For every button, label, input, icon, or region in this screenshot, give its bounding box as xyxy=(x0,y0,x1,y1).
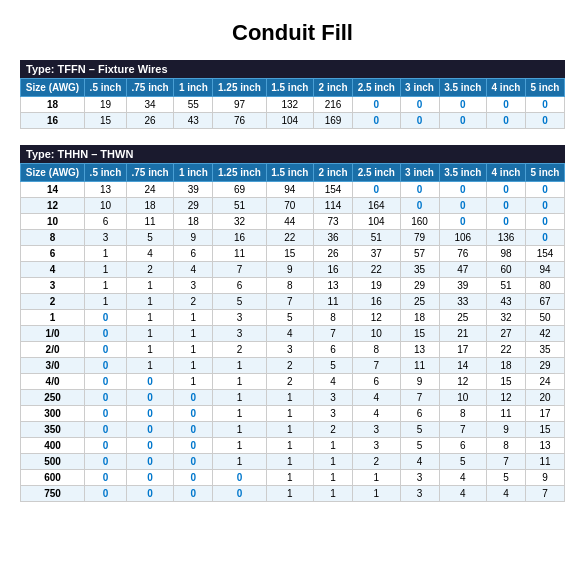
table-cell: 0 xyxy=(126,458,174,474)
table-cell: 3 xyxy=(85,234,127,250)
table-cell: 7 xyxy=(439,426,487,442)
table-cell: 5 xyxy=(439,458,487,474)
table-cell: 13 xyxy=(314,282,353,298)
table-cell: 114 xyxy=(314,202,353,218)
table-cell: 60 xyxy=(487,266,526,282)
table-cell: 39 xyxy=(174,186,213,202)
table-cell: 22 xyxy=(353,266,401,282)
tffn-table: Size (AWG).5 inch.75 inch1 inch1.25 inch… xyxy=(20,80,565,131)
table-cell: 94 xyxy=(266,186,314,202)
table-cell: 19 xyxy=(85,99,127,115)
table-cell: 11 xyxy=(525,458,564,474)
table-cell: 1 xyxy=(353,490,401,506)
table-cell: 15 xyxy=(525,426,564,442)
table-cell: 8 xyxy=(487,442,526,458)
table-cell: 2/0 xyxy=(21,346,85,362)
table-cell: 18 xyxy=(400,330,439,346)
table-cell: 26 xyxy=(126,115,174,131)
table-cell: 0 xyxy=(525,186,564,202)
table-cell: 1 xyxy=(85,250,127,266)
table-cell: 0 xyxy=(400,99,439,115)
table-cell: 16 xyxy=(21,115,85,131)
table-cell: 18 xyxy=(21,99,85,115)
table-cell: 24 xyxy=(525,378,564,394)
table-cell: 1 xyxy=(213,458,266,474)
column-header: 2 inch xyxy=(314,81,353,99)
table-cell: 400 xyxy=(21,442,85,458)
table-cell: 6 xyxy=(314,346,353,362)
table-cell: 1 xyxy=(126,298,174,314)
table-cell: 0 xyxy=(126,442,174,458)
table-cell: 24 xyxy=(126,186,174,202)
table-cell: 0 xyxy=(525,115,564,131)
table-cell: 154 xyxy=(525,250,564,266)
table-cell: 1 xyxy=(174,426,213,442)
table-cell: 1 xyxy=(126,362,174,378)
table-cell: 5 xyxy=(126,234,174,250)
table-cell: 97 xyxy=(213,99,266,115)
table-row: 412479162235476094 xyxy=(21,266,565,282)
table-cell: 2 xyxy=(174,298,213,314)
table-cell: 4 xyxy=(174,266,213,282)
table-cell: 9 xyxy=(400,378,439,394)
table-cell: 8 xyxy=(353,346,401,362)
thhn-table: Size (AWG).5 inch.75 inch1 inch1.25 inch… xyxy=(20,167,565,506)
table-cell: 0 xyxy=(174,458,213,474)
table-cell: 29 xyxy=(174,202,213,218)
table-cell: 76 xyxy=(213,115,266,131)
table-cell: 136 xyxy=(487,234,526,250)
table-cell: 51 xyxy=(487,282,526,298)
column-header: Size (AWG) xyxy=(21,168,85,186)
table-cell: 6 xyxy=(85,218,127,234)
table-cell: 76 xyxy=(439,250,487,266)
table-cell: 1 xyxy=(266,490,314,506)
table-cell: 16 xyxy=(353,298,401,314)
column-header: 3.5 inch xyxy=(439,81,487,99)
table-cell: 300 xyxy=(21,410,85,426)
table-cell: 1 xyxy=(174,314,213,330)
table-cell: 0 xyxy=(85,458,127,474)
table-cell: 169 xyxy=(314,115,353,131)
table-cell: 1 xyxy=(213,378,266,394)
column-header: 3 inch xyxy=(400,168,439,186)
table-cell: 1 xyxy=(314,490,353,506)
table-row: 181934559713221600000 xyxy=(21,99,565,115)
table-cell: 15 xyxy=(487,378,526,394)
table-cell: 3 xyxy=(400,474,439,490)
table-cell: 32 xyxy=(213,218,266,234)
table-cell: 6 xyxy=(213,282,266,298)
table-cell: 1 xyxy=(213,410,266,426)
table-cell: 2 xyxy=(126,266,174,282)
table-cell: 0 xyxy=(439,218,487,234)
table-cell: 0 xyxy=(439,99,487,115)
table-row: 400000111356813 xyxy=(21,442,565,458)
column-header: .5 inch xyxy=(85,168,127,186)
table-row: 211257111625334367 xyxy=(21,298,565,314)
table-cell: 4 xyxy=(439,490,487,506)
table-cell: 0 xyxy=(174,474,213,490)
column-header: 3.5 inch xyxy=(439,168,487,186)
table-cell: 8 xyxy=(314,314,353,330)
table-cell: 1 xyxy=(314,458,353,474)
table-cell: 6 xyxy=(353,378,401,394)
column-header: 1 inch xyxy=(174,168,213,186)
table-cell: 1 xyxy=(126,378,174,394)
table-cell: 10 xyxy=(439,394,487,410)
table-cell: 9 xyxy=(525,474,564,490)
table-cell: 154 xyxy=(314,186,353,202)
table-cell: 1 xyxy=(213,394,266,410)
table-cell: 1 xyxy=(21,314,85,330)
column-header: 5 inch xyxy=(525,81,564,99)
table-cell: 37 xyxy=(353,250,401,266)
table-cell: 0 xyxy=(353,186,401,202)
table-cell: 12 xyxy=(439,378,487,394)
table-cell: 57 xyxy=(400,250,439,266)
page-title: Conduit Fill xyxy=(20,20,565,46)
table-cell: 4 xyxy=(314,378,353,394)
table-cell: 43 xyxy=(487,298,526,314)
table-cell: 0 xyxy=(85,314,127,330)
table-cell: 0 xyxy=(487,202,526,218)
table-cell: 11 xyxy=(213,250,266,266)
table-cell: 0 xyxy=(400,186,439,202)
table-cell: 0 xyxy=(126,394,174,410)
